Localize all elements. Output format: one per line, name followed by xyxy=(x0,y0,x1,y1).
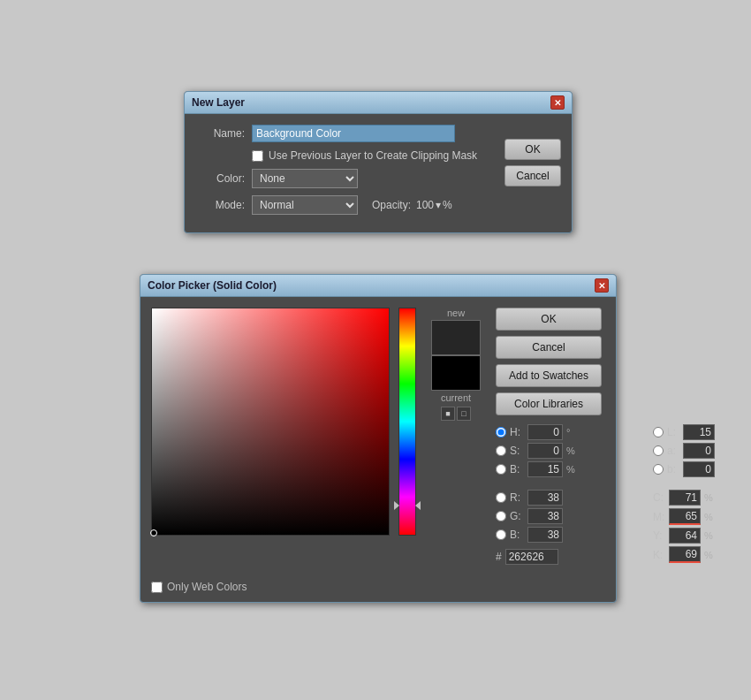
c-input[interactable] xyxy=(669,490,701,506)
y-unit: % xyxy=(704,530,713,541)
b-radio[interactable] xyxy=(496,464,506,475)
hue-arrow-left xyxy=(394,501,399,510)
h-input[interactable] xyxy=(527,424,563,440)
k-label: K: xyxy=(653,549,665,561)
l-label: L: xyxy=(667,426,679,438)
c-label: C: xyxy=(653,491,665,504)
c-unit: % xyxy=(704,492,713,503)
color-picker-title: Color Picker (Solid Color) xyxy=(148,279,277,292)
y-input[interactable] xyxy=(669,528,701,544)
c-row: C: % xyxy=(653,490,715,506)
g-input[interactable] xyxy=(527,508,563,524)
cp-cancel-button[interactable]: Cancel xyxy=(496,336,602,359)
color-values-section: H: ° S: % B: xyxy=(496,424,715,565)
color-preview-area: new current ■ □ xyxy=(425,308,487,565)
cp-ok-button[interactable]: OK xyxy=(496,308,602,331)
l-row: L: xyxy=(653,424,715,440)
b3-label: b: xyxy=(667,463,679,476)
web-colors-label: Only Web Colors xyxy=(167,581,247,593)
cp-right-buttons: OK Cancel Add to Swatches Color Librarie… xyxy=(496,308,602,415)
cp-add-swatches-button[interactable]: Add to Swatches xyxy=(496,364,602,387)
g-radio[interactable] xyxy=(496,511,506,521)
color-field[interactable] xyxy=(151,308,390,536)
color-label: Color: xyxy=(199,172,245,185)
new-layer-body: OK Cancel Name: Use Previous Layer to Cr… xyxy=(185,114,572,232)
r-row: R: xyxy=(496,490,637,506)
s-label: S: xyxy=(510,445,524,457)
l-radio[interactable] xyxy=(653,427,664,438)
new-layer-ok-button[interactable]: OK xyxy=(504,139,561,160)
new-layer-cancel-button[interactable]: Cancel xyxy=(504,165,561,186)
m-label: M: xyxy=(653,511,665,523)
color-icons-row: ■ □ xyxy=(441,407,471,421)
b2-input[interactable] xyxy=(527,527,563,543)
k-unit: % xyxy=(704,550,713,560)
opacity-label: Opacity: xyxy=(372,199,411,211)
hue-slider-container[interactable] xyxy=(398,308,416,536)
k-row: K: % xyxy=(653,546,715,563)
s-radio[interactable] xyxy=(496,445,506,456)
mode-select[interactable]: Normal xyxy=(252,195,358,215)
color-select[interactable]: None xyxy=(252,169,358,188)
a-input[interactable] xyxy=(683,443,715,459)
b3-input[interactable] xyxy=(683,461,715,477)
color-picker-close-button[interactable]: ✕ xyxy=(595,278,609,293)
clipping-mask-checkbox[interactable] xyxy=(252,150,263,162)
new-color-label: new xyxy=(447,308,465,318)
clipping-mask-label: Use Previous Layer to Create Clipping Ma… xyxy=(269,149,477,162)
b-input[interactable] xyxy=(527,461,563,477)
b2-label: B: xyxy=(510,529,524,541)
new-layer-titlebar: New Layer ✕ xyxy=(185,92,572,114)
b3-row: b: xyxy=(653,461,715,477)
hex-row: # xyxy=(496,549,637,565)
name-input[interactable] xyxy=(252,125,455,142)
color-field-cursor xyxy=(150,529,157,536)
b3-radio[interactable] xyxy=(653,464,664,475)
a-label: a: xyxy=(667,445,679,457)
web-colors-checkbox[interactable] xyxy=(151,582,163,593)
color-picker-dialog: Color Picker (Solid Color) ✕ new current… xyxy=(140,274,617,603)
color-picker-titlebar: Color Picker (Solid Color) ✕ xyxy=(140,275,616,297)
cp-color-libraries-button[interactable]: Color Libraries xyxy=(496,392,602,415)
opacity-value: 100 xyxy=(416,199,434,211)
g-row: G: xyxy=(496,508,637,524)
a-radio[interactable] xyxy=(653,445,664,456)
b-row: B: % xyxy=(496,461,637,477)
color-icon-2[interactable]: □ xyxy=(457,407,471,421)
g-label: G: xyxy=(510,510,524,522)
mode-opacity-row: Mode: Normal Opacity: 100 ▾ % xyxy=(199,195,558,215)
y-row: Y: % xyxy=(653,528,715,544)
hex-input[interactable] xyxy=(505,549,558,565)
m-input[interactable] xyxy=(669,508,701,525)
r-radio[interactable] xyxy=(496,492,506,503)
b2-radio[interactable] xyxy=(496,529,506,540)
h-radio[interactable] xyxy=(496,427,506,438)
opacity-dropdown-icon[interactable]: ▾ xyxy=(436,199,441,211)
cp-bottom-bar: Only Web Colors xyxy=(140,575,616,602)
b-unit: % xyxy=(566,464,579,475)
current-color-swatch xyxy=(431,355,481,391)
k-input[interactable] xyxy=(669,546,701,563)
m-unit: % xyxy=(704,512,713,522)
r-input[interactable] xyxy=(527,490,563,506)
b-label: B: xyxy=(510,463,524,476)
new-layer-close-button[interactable]: ✕ xyxy=(550,95,565,110)
new-layer-dialog: New Layer ✕ OK Cancel Name: Use Previous… xyxy=(184,91,573,233)
s-row: S: % xyxy=(496,443,637,459)
hue-slider xyxy=(399,308,415,535)
new-layer-title: New Layer xyxy=(192,96,245,109)
new-color-swatch xyxy=(431,320,481,355)
web-colors-checkbox-row: Only Web Colors xyxy=(151,581,247,593)
h-row: H: ° xyxy=(496,424,637,440)
l-input[interactable] xyxy=(683,424,715,440)
s-unit: % xyxy=(566,445,579,456)
hex-hash: # xyxy=(496,551,502,563)
lab-cmyk-values: L: a: b: xyxy=(653,424,715,565)
new-layer-buttons: OK Cancel xyxy=(504,139,561,186)
a-row: a: xyxy=(653,443,715,459)
color-icon-1[interactable]: ■ xyxy=(441,407,455,421)
cp-right-section: OK Cancel Add to Swatches Color Librarie… xyxy=(496,308,715,565)
s-input[interactable] xyxy=(527,443,563,459)
current-color-label: current xyxy=(441,392,471,403)
m-row: M: % xyxy=(653,508,715,525)
